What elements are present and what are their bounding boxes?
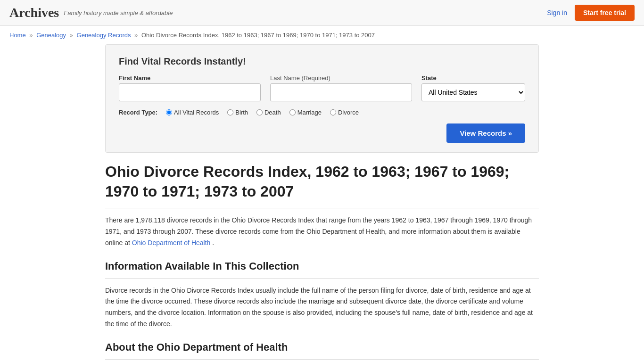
section2-title: About the Ohio Department of Health [105, 341, 539, 354]
view-records-button[interactable]: View Records » [446, 123, 525, 143]
section1-divider [105, 278, 539, 279]
last-name-input[interactable] [270, 83, 412, 101]
last-name-group: Last Name (Required) [270, 74, 412, 101]
radio-birth-input[interactable] [227, 109, 233, 115]
intro-paragraph: There are 1,978,118 divorce records in t… [105, 215, 539, 248]
radio-death[interactable]: Death [256, 109, 281, 116]
radio-divorce-input[interactable] [330, 109, 336, 115]
record-type-label: Record Type: [119, 109, 157, 116]
intro-suffix: . [212, 239, 214, 247]
header-right: Sign in Start free trial [547, 5, 635, 21]
radio-all-vital[interactable]: All Vital Records [166, 109, 219, 116]
breadcrumb-sep1: » [29, 32, 33, 39]
radio-death-label: Death [264, 109, 281, 116]
site-tagline: Family history made simple & affordable [64, 9, 173, 16]
radio-all-vital-input[interactable] [166, 109, 172, 115]
last-name-label: Last Name (Required) [270, 74, 412, 82]
section1-text: Divorce records in the Ohio Divorce Reco… [105, 285, 539, 330]
radio-marriage-input[interactable] [289, 109, 296, 115]
search-btn-row: View Records » [119, 123, 525, 143]
search-container: Find Vital Records Instantly! First Name… [96, 44, 548, 153]
first-name-input[interactable] [119, 83, 261, 101]
radio-divorce-label: Divorce [338, 109, 359, 116]
search-title: Find Vital Records Instantly! [119, 56, 525, 67]
state-label: State [421, 74, 525, 82]
radio-marriage[interactable]: Marriage [289, 109, 322, 116]
header-left: Archives Family history made simple & af… [9, 5, 173, 20]
first-name-label: First Name [119, 74, 261, 82]
section1-title: Information Available In This Collection [105, 260, 539, 272]
breadcrumb-genealogy-records[interactable]: Genealogy Records [77, 32, 131, 39]
radio-marriage-label: Marriage [297, 109, 322, 116]
last-name-required: (Required) [302, 74, 330, 82]
main-content: Ohio Divorce Records Index, 1962 to 1963… [96, 162, 548, 362]
record-type-row: Record Type: All Vital Records Birth Dea… [119, 109, 525, 116]
state-group: State All United StatesAlabamaAlaskaAriz… [421, 74, 525, 101]
breadcrumb-sep3: » [134, 32, 138, 39]
breadcrumb-sep2: » [70, 32, 73, 39]
search-fields-row: First Name Last Name (Required) State Al… [119, 74, 525, 101]
first-name-group: First Name [119, 74, 261, 101]
page-title: Ohio Divorce Records Index, 1962 to 1963… [105, 162, 539, 208]
radio-divorce[interactable]: Divorce [330, 109, 359, 116]
search-box: Find Vital Records Instantly! First Name… [105, 44, 539, 153]
radio-birth[interactable]: Birth [227, 109, 248, 116]
section2-divider [105, 359, 539, 360]
sign-in-link[interactable]: Sign in [547, 9, 567, 16]
breadcrumb: Home » Genealogy » Genealogy Records » O… [0, 26, 644, 44]
breadcrumb-current: Ohio Divorce Records Index, 1962 to 1963… [141, 32, 375, 39]
radio-all-vital-label: All Vital Records [174, 109, 219, 116]
breadcrumb-home[interactable]: Home [9, 32, 26, 39]
radio-birth-label: Birth [235, 109, 248, 116]
radio-death-input[interactable] [256, 109, 263, 115]
state-select[interactable]: All United StatesAlabamaAlaskaArizonaArk… [421, 83, 525, 101]
site-logo: Archives [9, 5, 59, 20]
start-trial-button[interactable]: Start free trial [575, 5, 635, 21]
breadcrumb-genealogy[interactable]: Genealogy [36, 32, 66, 39]
site-header: Archives Family history made simple & af… [0, 0, 644, 26]
ohio-dept-health-link[interactable]: Ohio Department of Health [132, 239, 211, 247]
